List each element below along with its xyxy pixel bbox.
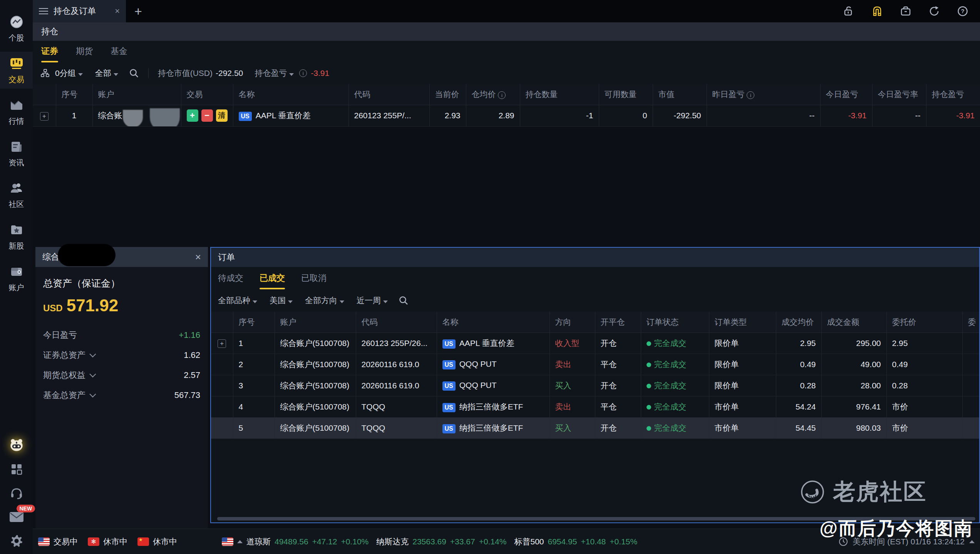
cell-type: 限价单 [709,354,776,375]
market-dropdown[interactable]: 美国 [270,295,293,306]
col-order-price[interactable]: 委托价 [886,312,962,332]
period-dropdown[interactable]: 近一周 [357,295,388,306]
unlock-icon[interactable] [843,5,854,17]
account-row-futures[interactable]: 期货总权益 2.57 [43,365,200,385]
sidebar-item-community[interactable]: 社区 [0,176,33,213]
sell-button[interactable]: − [201,109,213,122]
sidebar-item-account[interactable]: 账户 [0,260,33,297]
briefcase-lock-icon[interactable] [900,5,911,17]
customer-service-headset-icon[interactable] [9,485,24,501]
order-row[interactable]: + 1 综合账户(5100708) 260123 255P/26... USAA… [211,332,979,354]
cell-code[interactable]: TQQQ [356,396,437,417]
sidebar-item-quotes[interactable]: 行情 [0,93,33,130]
order-row-selected[interactable]: 5 综合账户(5100708) TQQQ US纳指三倍做多ETF 买入 开仓 完… [211,417,979,438]
settings-gear-icon[interactable] [9,533,24,549]
col-name[interactable]: 名称 [437,312,549,332]
cell-code[interactable]: TQQQ [356,417,437,438]
cell-amount: 295.00 [821,332,886,354]
col-avg-price[interactable]: 成交均价 [776,312,821,332]
tab-funds[interactable]: 基金 [111,45,127,62]
order-row[interactable]: 3 综合账户(5100708) 20260116 619.0 USQQQ PUT… [211,375,979,396]
tiger-community-watermark: 老虎社区 [800,477,927,507]
col-last[interactable]: 当前价 [429,84,466,105]
window-tab-positions-orders[interactable]: 持仓及订单 × [33,0,126,22]
tab-securities[interactable]: 证券 [41,45,58,62]
tiger-assistant-icon[interactable] [9,438,24,453]
col-type[interactable]: 订单类型 [709,312,776,332]
account-row-funds[interactable]: 基金总资产 567.73 [43,385,200,405]
buy-button[interactable]: + [187,109,198,122]
close-tab-icon[interactable]: × [115,6,120,16]
magnet-icon[interactable] [871,5,883,17]
cell-yesterday-pl: -- [707,105,820,126]
cell-name[interactable]: USQQQ PUT [437,354,549,375]
sidebar-item-trade[interactable]: 交易 [0,52,33,89]
group-dropdown[interactable]: 0分组 [55,68,83,79]
close-position-button[interactable]: 清 [216,109,228,122]
info-icon[interactable] [299,69,307,77]
col-account[interactable]: 账户 [275,312,356,332]
expand-row-button[interactable]: + [218,339,226,348]
index-ticker[interactable]: 道琼斯 49489.56 +47.12 +0.10% 纳斯达克 23563.69… [222,536,637,547]
col-today-pl-rate[interactable]: 今日盈亏率 [872,84,926,105]
scope-dropdown[interactable]: 全部 [95,68,118,79]
messages-mail-icon[interactable]: NEW [9,509,24,525]
apps-grid-icon[interactable] [9,462,24,477]
sidebar-item-ipo[interactable]: 新股 [0,218,33,255]
col-seq[interactable]: 序号 [56,84,92,105]
cell-code[interactable]: 20260116 619.0 [356,354,437,375]
cell-name[interactable]: USAAPL 垂直价差 [437,332,549,354]
col-seq[interactable]: 序号 [233,312,275,332]
col-code[interactable]: 代码 [356,312,437,332]
cell-name[interactable]: USQQQ PUT [437,375,549,396]
tab-cancelled[interactable]: 已取消 [301,272,327,289]
expand-row-button[interactable]: + [40,112,49,121]
help-icon[interactable]: ? [957,5,968,17]
tab-futures[interactable]: 期货 [76,45,93,62]
refresh-icon[interactable] [928,5,940,17]
cell-name[interactable]: US纳指三倍做多ETF [437,396,549,417]
position-row[interactable]: + 1 综合账 + − 清 USAAPL 垂直价差 260123 255P/..… [33,105,980,126]
cell-code[interactable]: 260123 255P/26... [356,332,437,354]
cell-code[interactable]: 20260116 619.0 [356,375,437,396]
col-open-close[interactable]: 开平仓 [595,312,641,332]
tab-filled[interactable]: 已成交 [260,272,285,289]
sidebar-item-stocks[interactable]: 个股 [0,10,33,47]
hamburger-menu-icon[interactable] [39,8,48,14]
col-trade[interactable]: 交易 [181,84,233,105]
col-today-pl[interactable]: 今日盈亏 [820,84,872,105]
col-amount[interactable]: 成交金额 [821,312,886,332]
cell-name[interactable]: US纳指三倍做多ETF [437,417,549,438]
cell-code[interactable]: 260123 255P/... [348,105,429,126]
new-tab-button[interactable]: + [134,5,142,18]
order-row[interactable]: 2 综合账户(5100708) 20260116 619.0 USQQQ PUT… [211,354,979,375]
search-icon[interactable] [399,295,409,306]
cell-direction: 买入 [555,423,571,432]
sidebar-item-news[interactable]: 资讯 [0,135,33,172]
col-status[interactable]: 订单状态 [641,312,709,332]
account-row-securities[interactable]: 证券总资产 1.62 [43,345,200,365]
pl-dropdown[interactable]: 持仓盈亏 [255,68,294,79]
col-name[interactable]: 名称 [233,84,348,105]
order-row[interactable]: 4 综合账户(5100708) TQQQ US纳指三倍做多ETF 卖出 平仓 完… [211,396,979,417]
close-panel-icon[interactable]: × [195,251,201,263]
col-code[interactable]: 代码 [348,84,429,105]
cell-status: 完全成交 [641,332,709,354]
cell-status: 完全成交 [641,354,709,375]
tiger-community-logo-icon [800,479,825,505]
col-yesterday-pl[interactable]: 昨日盈亏 [707,84,820,105]
tab-pending[interactable]: 待成交 [218,272,243,289]
cell-order-price: 2.95 [886,332,962,354]
cell-name[interactable]: USAAPL 垂直价差 [233,105,348,126]
col-available[interactable]: 可用数量 [599,84,653,105]
col-account[interactable]: 账户 [92,84,181,105]
col-market-value[interactable]: 市值 [653,84,707,105]
col-avg-cost[interactable]: 仓均价 [466,84,520,105]
search-icon[interactable] [129,68,139,78]
cell-type: 限价单 [709,332,776,354]
col-direction[interactable]: 方向 [549,312,595,332]
direction-dropdown[interactable]: 全部方向 [305,295,344,306]
col-qty[interactable]: 持仓数量 [520,84,599,105]
instrument-dropdown[interactable]: 全部品种 [218,295,257,306]
col-position-pl[interactable]: 持仓盈亏 [926,84,980,105]
